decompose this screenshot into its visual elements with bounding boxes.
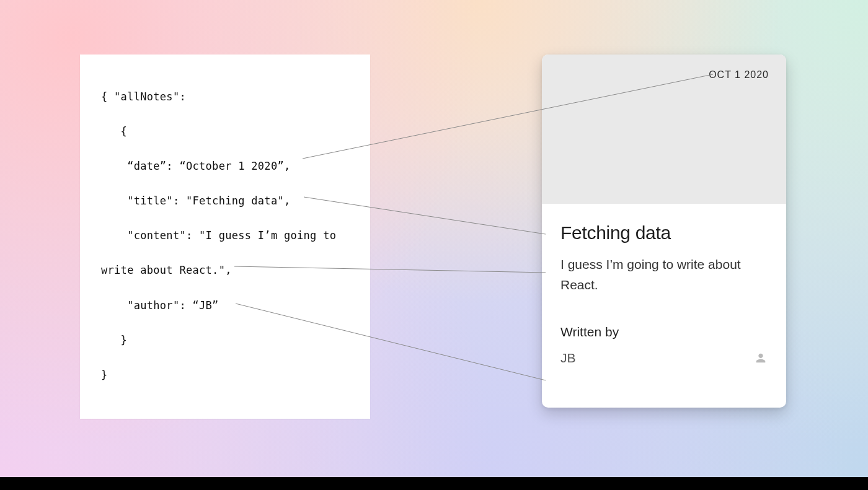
written-by-label: Written by [560, 325, 768, 339]
note-date: OCT 1 2020 [709, 69, 769, 81]
code-line-title: "title": "Fetching data", [101, 195, 291, 207]
note-title: Fetching data [560, 222, 768, 243]
code-line: } [101, 334, 127, 346]
note-card-header: OCT 1 2020 [542, 55, 786, 204]
code-line-author: "author": “JB” [101, 299, 219, 312]
json-code-block: { "allNotes": { “date”: “October 1 2020”… [101, 88, 370, 383]
code-line-content: "content": "I guess I’m going to [101, 229, 336, 242]
code-line-content2: write about React.", [101, 264, 232, 276]
code-line: { [101, 125, 127, 138]
code-line-date: “date”: “October 1 2020”, [101, 160, 291, 172]
note-card-body: Fetching data I guess I’m going to write… [542, 204, 786, 365]
json-code-panel: { "allNotes": { “date”: “October 1 2020”… [80, 55, 370, 419]
code-line: } [101, 369, 108, 381]
author-row: JB [560, 351, 768, 365]
code-line: { "allNotes": [101, 90, 186, 103]
person-icon [754, 351, 768, 365]
note-content: I guess I’m going to write about React. [560, 255, 768, 295]
note-author: JB [560, 351, 576, 365]
note-card: OCT 1 2020 Fetching data I guess I’m goi… [542, 55, 786, 408]
